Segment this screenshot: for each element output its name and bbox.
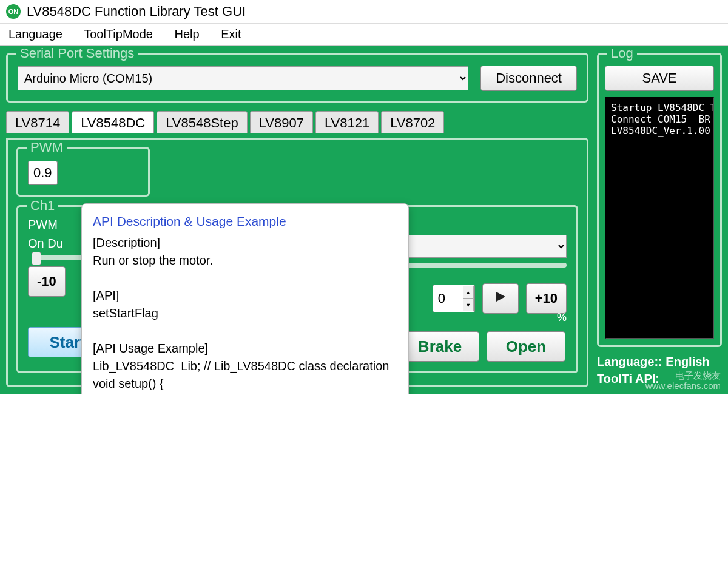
tooltip-body: [Description] Run or stop the motor. [AP… xyxy=(93,234,397,394)
status-language: Language:: English xyxy=(597,353,722,370)
api-tooltip: API Description & Usage Example [Descrip… xyxy=(81,203,409,394)
ch1-minus10-button[interactable]: -10 xyxy=(28,266,66,297)
menu-help[interactable]: Help xyxy=(175,27,200,41)
ch2-duty-spinner[interactable]: ▲ ▼ xyxy=(433,285,475,312)
ch1-slider-thumb[interactable] xyxy=(32,252,41,265)
tooltip-title: API Description & Usage Example xyxy=(93,212,397,231)
pwm-frequency-group: PWM 0.9 xyxy=(16,147,150,197)
tab-lv8702[interactable]: LV8702 xyxy=(381,111,444,133)
log-legend: Log xyxy=(607,46,637,61)
menu-exit[interactable]: Exit xyxy=(221,27,241,41)
ch1-onduty-label: On Du xyxy=(28,237,63,251)
disconnect-button[interactable]: Disconnect xyxy=(480,66,577,91)
app-icon: ON xyxy=(6,4,21,19)
play-icon xyxy=(494,291,507,303)
serial-legend: Serial Port Settings xyxy=(16,46,138,61)
ch1-legend: Ch1 xyxy=(27,198,58,214)
menu-tooltipmode[interactable]: ToolTipMode xyxy=(84,27,153,41)
pwm-frequency-value[interactable]: 0.9 xyxy=(28,161,58,185)
serial-port-select[interactable]: Arduino Micro (COM15) xyxy=(18,66,468,90)
menu-bar: Language ToolTipMode Help Exit xyxy=(0,23,728,46)
tab-lv8907[interactable]: LV8907 xyxy=(250,111,313,133)
tab-lv8548dc[interactable]: LV8548DC xyxy=(72,111,154,133)
status-tooltip: ToolTi API: xyxy=(597,370,722,387)
log-output: Startup LV8548DC T Connect COM15 BR LV85… xyxy=(605,97,714,339)
svg-marker-0 xyxy=(496,292,505,302)
window-title: LV8548DC Function Library Test GUI xyxy=(27,4,246,19)
device-tabs: LV8714 LV8548DC LV8548Step LV8907 LV8121… xyxy=(6,111,588,133)
log-group: Log SAVE Startup LV8548DC T Connect COM1… xyxy=(597,53,722,347)
spinner-up-icon[interactable]: ▲ xyxy=(463,286,474,299)
tab-lv8121[interactable]: LV8121 xyxy=(315,111,379,133)
ch2-brake-button[interactable]: Brake xyxy=(400,331,479,362)
log-save-button[interactable]: SAVE xyxy=(605,66,714,91)
status-footer: Language:: English ToolTi API: xyxy=(597,353,722,387)
ch2-percent-label: % xyxy=(557,311,567,324)
ch2-open-button[interactable]: Open xyxy=(487,331,565,362)
tab-lv8548step[interactable]: LV8548Step xyxy=(157,111,247,133)
pwm-legend: PWM xyxy=(27,140,67,155)
menu-language[interactable]: Language xyxy=(8,27,62,41)
serial-port-settings-group: Serial Port Settings Arduino Micro (COM1… xyxy=(6,53,588,103)
ch1-pwm-label: PWM xyxy=(28,218,58,232)
spinner-down-icon[interactable]: ▼ xyxy=(463,299,474,311)
ch2-plus10-button[interactable]: +10 xyxy=(526,283,567,314)
tab-lv8714[interactable]: LV8714 xyxy=(6,111,69,133)
ch2-play-button[interactable] xyxy=(482,283,519,314)
title-bar: ON LV8548DC Function Library Test GUI xyxy=(0,0,728,23)
